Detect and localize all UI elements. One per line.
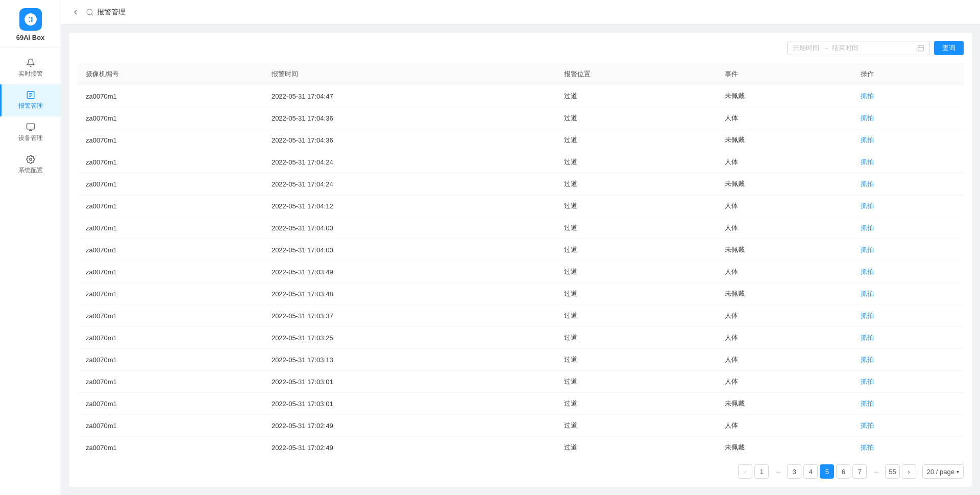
col-header-camera: 摄像机编号 [78,63,263,85]
cell-time: 2022-05-31 17:03:01 [263,371,556,393]
header-search-area: 报警管理 [86,8,126,17]
cell-action[interactable]: 抓拍 [852,393,964,415]
cell-action[interactable]: 抓拍 [852,151,964,173]
action-capture-link[interactable]: 抓拍 [861,268,874,275]
cell-event: 人体 [717,349,852,371]
content-card: 开始时间 → 结束时间 查询 摄像机编号 [69,33,972,487]
cell-location: 过道 [556,349,717,371]
cell-camera: za0070m1 [78,85,263,107]
cell-action[interactable]: 抓拍 [852,415,964,437]
sidebar-navigation: 实时接警 报警管理 设备管理 [0,48,61,181]
cell-time: 2022-05-31 17:02:49 [263,437,556,459]
collapse-icon [71,8,80,16]
action-capture-link[interactable]: 抓拍 [861,421,874,429]
query-button[interactable]: 查询 [934,41,964,55]
svg-point-7 [29,158,32,161]
action-capture-link[interactable]: 抓拍 [861,246,874,253]
sidebar-item-realtime-alert[interactable]: 实时接警 [0,52,61,84]
cell-action[interactable]: 抓拍 [852,283,964,305]
cell-action[interactable]: 抓拍 [852,349,964,371]
cell-action[interactable]: 抓拍 [852,239,964,261]
action-capture-link[interactable]: 抓拍 [861,334,874,341]
pagination-page-4[interactable]: 4 [803,464,818,479]
cell-event: 人体 [717,305,852,327]
table-row: za0070m1 2022-05-31 17:02:49 过道 未佩戴 抓拍 [78,437,964,459]
cell-location: 过道 [556,393,717,415]
cell-time: 2022-05-31 17:04:24 [263,173,556,195]
page-content: 开始时间 → 结束时间 查询 摄像机编号 [61,25,980,495]
date-range-picker[interactable]: 开始时间 → 结束时间 [787,41,930,55]
cell-action[interactable]: 抓拍 [852,85,964,107]
calendar-icon [917,44,924,52]
action-capture-link[interactable]: 抓拍 [861,92,874,100]
cell-action[interactable]: 抓拍 [852,129,964,151]
sidebar-item-label-config: 系统配置 [18,166,43,175]
cell-action[interactable]: 抓拍 [852,107,964,129]
sidebar-item-label-alert-mgmt: 报警管理 [18,102,43,110]
pagination-page-3[interactable]: 3 [787,464,801,479]
cell-time: 2022-05-31 17:04:24 [263,151,556,173]
cell-time: 2022-05-31 17:03:01 [263,393,556,415]
cell-action[interactable]: 抓拍 [852,173,964,195]
action-capture-link[interactable]: 抓拍 [861,312,874,319]
action-capture-link[interactable]: 抓拍 [861,202,874,209]
collapse-button[interactable] [69,6,82,18]
sidebar-item-system-config[interactable]: 系统配置 [0,149,61,181]
cell-location: 过道 [556,415,717,437]
action-capture-link[interactable]: 抓拍 [861,158,874,166]
cell-action[interactable]: 抓拍 [852,305,964,327]
cell-event: 未佩戴 [717,437,852,459]
table-row: za0070m1 2022-05-31 17:04:00 过道 人体 抓拍 [78,217,964,239]
action-capture-link[interactable]: 抓拍 [861,399,874,407]
pagination-prev[interactable]: ‹ [738,464,752,479]
list-icon [26,90,35,100]
sidebar-item-device-management[interactable]: 设备管理 [0,116,61,149]
pagination-page-5[interactable]: 5 [820,464,834,479]
cell-action[interactable]: 抓拍 [852,371,964,393]
table-row: za0070m1 2022-05-31 17:04:00 过道 未佩戴 抓拍 [78,239,964,261]
cell-event: 人体 [717,371,852,393]
action-capture-link[interactable]: 抓拍 [861,136,874,144]
cell-camera: za0070m1 [78,107,263,129]
cell-location: 过道 [556,327,717,349]
cell-action[interactable]: 抓拍 [852,261,964,283]
cell-action[interactable]: 抓拍 [852,437,964,459]
cell-action[interactable]: 抓拍 [852,217,964,239]
cell-location: 过道 [556,85,717,107]
chevron-down-icon: ▾ [957,469,959,475]
gear-icon [26,155,35,164]
sidebar-item-alert-management[interactable]: 报警管理 [0,84,61,116]
svg-rect-10 [918,45,924,51]
pagination-page-1[interactable]: 1 [754,464,769,479]
cell-location: 过道 [556,195,717,217]
action-capture-link[interactable]: 抓拍 [861,378,874,385]
action-capture-link[interactable]: 抓拍 [861,180,874,187]
page-title: 报警管理 [97,8,126,17]
action-capture-link[interactable]: 抓拍 [861,356,874,363]
cell-event: 人体 [717,327,852,349]
cell-event: 未佩戴 [717,85,852,107]
action-capture-link[interactable]: 抓拍 [861,290,874,297]
svg-point-8 [87,9,92,15]
svg-rect-4 [27,124,34,129]
cell-action[interactable]: 抓拍 [852,327,964,349]
alert-table: 摄像机编号 报警时间 报警位置 事件 操作 za0070m1 2022-05-3… [78,63,964,458]
action-capture-link[interactable]: 抓拍 [861,443,874,451]
action-capture-link[interactable]: 抓拍 [861,224,874,231]
cell-action[interactable]: 抓拍 [852,195,964,217]
action-capture-link[interactable]: 抓拍 [861,114,874,122]
pagination-next[interactable]: › [902,464,916,479]
end-time-placeholder: 结束时间 [832,43,914,53]
cell-camera: za0070m1 [78,437,263,459]
cell-location: 过道 [556,437,717,459]
page-size-selector[interactable]: 20 / page ▾ [922,464,964,479]
pagination-page-last[interactable]: 55 [885,464,899,479]
cell-location: 过道 [556,217,717,239]
cell-time: 2022-05-31 17:04:00 [263,239,556,261]
pagination-page-6[interactable]: 6 [836,464,850,479]
cell-event: 人体 [717,217,852,239]
pagination-page-7[interactable]: 7 [852,464,867,479]
table-row: za0070m1 2022-05-31 17:03:49 过道 人体 抓拍 [78,261,964,283]
table-row: za0070m1 2022-05-31 17:04:36 过道 人体 抓拍 [78,107,964,129]
cell-location: 过道 [556,173,717,195]
